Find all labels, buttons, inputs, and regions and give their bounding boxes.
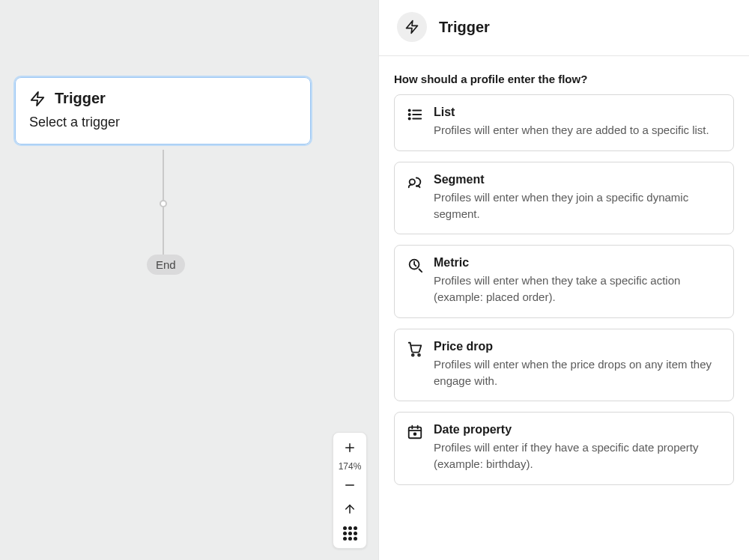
end-node: End [147,255,185,275]
trigger-node[interactable]: Trigger Select a trigger [15,77,311,144]
flow-canvas[interactable]: Trigger Select a trigger End 174% [0,0,378,560]
grid-icon [343,526,357,541]
svg-point-12 [410,179,415,184]
mini-map-button[interactable] [333,521,366,545]
plus-icon [343,441,357,454]
option-list[interactable]: List Profiles will enter when they are a… [394,94,734,151]
trigger-node-title: Trigger [55,90,106,107]
option-title: Segment [434,173,721,186]
trigger-config-panel: Trigger How should a profile enter the f… [378,0,749,560]
panel-title: Trigger [439,19,490,36]
panel-header: Trigger [379,0,749,56]
option-title: Price drop [434,340,721,353]
metric-icon [407,257,423,273]
recenter-button[interactable] [333,497,366,521]
option-metric[interactable]: Metric Profiles will enter when they tak… [394,245,734,318]
svg-point-8 [409,114,410,115]
minus-icon [343,478,357,492]
option-desc: Profiles will enter when they join a spe… [434,189,721,222]
arrow-up-icon [343,502,357,516]
svg-point-20 [414,433,416,436]
option-price-drop[interactable]: Price drop Profiles will enter when the … [394,329,734,402]
zoom-out-button[interactable] [333,473,366,497]
segment-icon [407,174,423,190]
option-desc: Profiles will enter when they take a spe… [434,273,721,305]
option-date-property[interactable]: Date property Profiles will enter if the… [394,412,734,485]
option-desc: Profiles will enter if they have a speci… [434,439,721,472]
svg-point-15 [418,354,420,356]
svg-point-10 [409,118,410,119]
trigger-node-subtitle: Select a trigger [29,115,297,130]
option-segment[interactable]: Segment Profiles will enter when they jo… [394,162,734,235]
date-property-icon [407,424,423,440]
bolt-icon [29,91,46,107]
option-title: Date property [434,423,721,436]
option-desc: Profiles will enter when the price drops… [434,356,721,389]
svg-point-14 [412,354,414,356]
svg-marker-0 [31,91,44,105]
canvas-tools: 174% [333,432,367,549]
option-title: Metric [434,256,721,270]
option-title: List [434,106,709,119]
svg-marker-5 [407,21,418,34]
connector-add-point[interactable] [160,200,167,207]
price-drop-icon [407,341,423,357]
bolt-icon [397,12,427,42]
section-label: How should a profile enter the flow? [394,73,734,85]
panel-body: How should a profile enter the flow? Lis… [379,56,749,514]
list-icon [407,106,423,123]
svg-point-6 [409,109,410,111]
option-desc: Profiles will enter when they are added … [434,122,709,139]
zoom-level-label: 174% [339,460,362,473]
zoom-in-button[interactable] [333,436,366,460]
trigger-node-header: Trigger [29,90,297,107]
